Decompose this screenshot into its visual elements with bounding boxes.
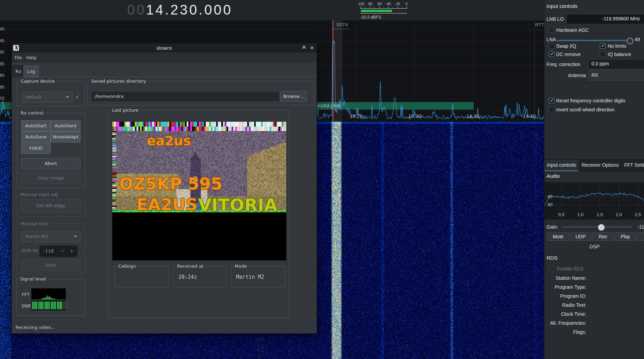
- udp-button[interactable]: UDP: [570, 232, 591, 241]
- audio-section-title: Audio: [547, 173, 560, 179]
- menu-help[interactable]: Help: [26, 55, 37, 60]
- rds-field-label: Radio Text:: [544, 302, 586, 308]
- tab-rx[interactable]: Rx: [12, 65, 24, 77]
- menu-file[interactable]: File: [15, 55, 22, 60]
- snr-bar: [63, 302, 64, 309]
- received-at-group: Received at 20:24z: [173, 266, 226, 287]
- snr-bar: [47, 302, 48, 309]
- confirm-device-button[interactable]: ✓: [74, 93, 81, 101]
- snr-bar: [61, 302, 62, 309]
- more-button[interactable]: ...: [637, 232, 644, 241]
- rec-button[interactable]: Rec: [592, 232, 614, 241]
- tab-log[interactable]: Log: [24, 65, 39, 77]
- vfo-tuning-line[interactable]: [333, 20, 333, 122]
- meter-readout: -32.0 dBFS: [360, 15, 381, 20]
- snr-bar: [41, 302, 42, 309]
- noiseadapt-toggle[interactable]: NoiseAdapt: [51, 131, 81, 142]
- gain-slider[interactable]: [561, 226, 632, 228]
- snr-bar: [52, 302, 53, 309]
- snr-meter-label: SNR: [21, 303, 31, 309]
- tab-input-controls[interactable]: Input controls: [544, 160, 579, 171]
- minus-icon[interactable]: −: [61, 248, 65, 254]
- rds-section-title: RDS: [547, 255, 558, 261]
- shift-hz-spinner[interactable]: -118 − +: [39, 246, 77, 257]
- play-button[interactable]: Play: [615, 232, 636, 241]
- snr-bar: [49, 302, 50, 309]
- tab-fft-settings[interactable]: FFT Settings: [622, 160, 644, 171]
- snr-bar: [46, 302, 47, 309]
- close-window-icon[interactable]: ✕: [309, 45, 315, 51]
- freq-axis-label: 14.30: [405, 113, 424, 119]
- mode-select[interactable]: Martin M2: [21, 231, 81, 242]
- autoslant-toggle[interactable]: AutoSlant: [51, 120, 81, 131]
- slowrx-window: X slowrx ✕ File Help Rx Log Capture devi…: [11, 43, 317, 334]
- plus-icon[interactable]: +: [70, 248, 74, 254]
- manual-slant-group: Manual slant adj. Set left edge: [17, 194, 85, 217]
- abort-button[interactable]: Abort: [21, 158, 81, 169]
- capture-device-select[interactable]: default: [22, 92, 73, 103]
- slowrx-menubar: File Help: [12, 53, 317, 63]
- slowrx-titlebar[interactable]: X slowrx ✕: [12, 43, 317, 53]
- set-left-edge-button[interactable]: Set left edge: [21, 199, 81, 212]
- snr-bar: [54, 302, 55, 309]
- level-meter: -100 -80 -60 -40 -20 0: [357, 1, 409, 19]
- hardware-agc-checkbox[interactable]: [549, 27, 554, 33]
- callsign-group: Callsign: [114, 266, 169, 287]
- freq-axis-label: 14.25: [346, 113, 366, 119]
- snr-bar: [60, 302, 61, 309]
- reset-digits-checkbox[interactable]: ✓: [549, 98, 554, 103]
- lnb-lo-input[interactable]: -119.999600 MHz: [566, 14, 644, 24]
- freq-correction-input[interactable]: 0.0 ppm: [588, 59, 644, 69]
- chevron-down-icon: [66, 96, 69, 98]
- lna-slider[interactable]: [557, 40, 631, 41]
- window-title: slowrx: [12, 45, 317, 51]
- sstv-bookmark-label[interactable]: SSTV: [336, 22, 348, 27]
- autosave-toggle[interactable]: AutoSave: [21, 131, 51, 142]
- sdr-application: 0014.230.000 -100 -80 -60 -40 -20 0: [0, 0, 644, 359]
- vfo-frequency-display[interactable]: 0014.230.000: [127, 2, 233, 18]
- received-at-value: 20:24z: [178, 274, 197, 280]
- snr-meter: [31, 300, 66, 311]
- snr-bar: [55, 302, 56, 309]
- autostart-toggle[interactable]: AutoStart: [21, 120, 51, 131]
- antenna-select[interactable]: RX: [588, 70, 644, 81]
- pictures-directory-input[interactable]: /home/ondra: [91, 91, 280, 102]
- sstv-picture: [112, 122, 286, 260]
- check-icon: ✓: [550, 98, 553, 103]
- mode-group: Mode Martin M2: [231, 266, 285, 287]
- vfo-frequency-leading-zeros: 00: [127, 2, 146, 17]
- rtty-bookmark-label[interactable]: RTTY: [535, 22, 544, 27]
- meter-tick-label: 0: [401, 2, 412, 6]
- fft-meter-label: FFT: [22, 292, 30, 297]
- audio-trace: [544, 182, 644, 220]
- invert-scroll-checkbox[interactable]: [549, 107, 554, 112]
- enable-rds-checkbox[interactable]: [549, 266, 555, 271]
- manual-start-group: Manual start Martin M2 Shift Hz -118 − +…: [17, 223, 85, 274]
- shade-window-icon[interactable]: [301, 45, 307, 51]
- rds-field-label: Program Type:: [544, 284, 586, 290]
- gain-label: Gain:: [547, 224, 558, 230]
- swap-iq-checkbox[interactable]: [549, 43, 554, 49]
- snr-bar: [35, 302, 36, 309]
- tab-receiver-options[interactable]: Receiver Options: [579, 160, 622, 171]
- rds-field-label: Station Name:: [544, 275, 586, 281]
- iq-balance-checkbox[interactable]: [600, 51, 606, 57]
- slowrx-statusbar: Receiving video...: [12, 322, 317, 333]
- browse-button[interactable]: Browse...: [280, 91, 307, 102]
- start-button[interactable]: Start: [21, 259, 81, 271]
- snr-bar: [58, 302, 59, 309]
- dc-remove-checkbox[interactable]: ✓: [549, 51, 554, 57]
- mute-button[interactable]: Mute: [547, 232, 569, 241]
- meter-bar: [361, 10, 392, 12]
- lna-value: 49: [635, 37, 640, 42]
- snr-bar: [65, 302, 66, 309]
- clear-image-button[interactable]: Clear image: [21, 173, 81, 184]
- fskid-toggle[interactable]: FSKID: [21, 143, 51, 154]
- snr-bar: [67, 302, 68, 309]
- check-icon: ✓: [550, 52, 553, 56]
- audio-spectrum-plot: -60 -80 0.5 1.0 1.5 2.0 2.5: [544, 182, 644, 220]
- snr-bar: [32, 302, 33, 309]
- check-icon: ✓: [601, 43, 604, 48]
- no-limits-checkbox[interactable]: ✓: [600, 43, 606, 49]
- snr-bar: [45, 302, 46, 309]
